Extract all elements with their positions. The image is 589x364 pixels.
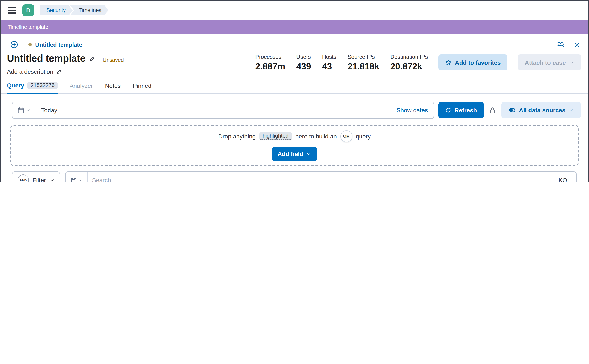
chevron-down-icon [26, 108, 30, 112]
add-field-button[interactable]: Add field [272, 147, 317, 161]
app-window: D Security Timelines Timeline template U… [0, 0, 589, 182]
chevron-down-icon [306, 151, 311, 156]
show-dates-link[interactable]: Show dates [396, 107, 428, 114]
sourcerer-icon [508, 107, 515, 113]
calendar-icon [18, 107, 24, 113]
star-icon [445, 59, 451, 65]
tab-analyzer[interactable]: Analyzer [70, 82, 93, 93]
tab-pinned[interactable]: Pinned [133, 82, 151, 93]
menu-icon[interactable] [8, 7, 16, 13]
chevron-down-icon [569, 108, 574, 113]
stat-processes: Processes 2.887m [255, 54, 285, 72]
top-navigation-bar: D Security Timelines [1, 1, 588, 20]
kql-search-bar: KQL [65, 171, 576, 182]
query-bar: Today Show dates Refresh All data source… [12, 102, 581, 119]
chevron-down-icon [79, 178, 82, 182]
save-icon [70, 177, 77, 182]
search-input[interactable] [87, 177, 553, 182]
tab-notes[interactable]: Notes [105, 82, 121, 93]
or-operator-badge: OR [340, 130, 352, 142]
timeline-tabs: Query 21532276 Analyzer Notes Pinned [1, 75, 588, 94]
unsaved-badge: Unsaved [103, 57, 124, 63]
filter-bar: AND Filter KQL [12, 171, 576, 182]
stat-destination-ips: Destination IPs 20.872k [390, 54, 428, 72]
description-placeholder[interactable]: Add a description [7, 68, 53, 75]
filter-mode-dropdown[interactable]: AND Filter [12, 171, 60, 182]
drag-drop-zone[interactable]: Drop anything highlighted here to build … [10, 125, 579, 166]
tab-query[interactable]: Query 21532276 [7, 82, 58, 94]
timeline-template-banner: Timeline template [1, 20, 588, 34]
date-quick-select[interactable] [13, 102, 36, 118]
active-template-link[interactable]: Untitled template [28, 41, 82, 48]
open-timeline-search-icon[interactable] [557, 41, 564, 48]
new-timeline-icon[interactable] [10, 41, 18, 48]
and-operator-badge: AND [18, 175, 29, 182]
close-icon[interactable] [574, 41, 580, 48]
edit-title-icon[interactable] [89, 56, 95, 62]
timeline-template-banner-label: Timeline template [8, 24, 48, 30]
kpi-stats: Processes 2.887m Users 439 Hosts 43 Sour… [255, 54, 428, 72]
refresh-icon [445, 107, 451, 113]
add-to-favorites-button[interactable]: Add to favorites [438, 54, 508, 70]
date-picker[interactable]: Today Show dates [12, 102, 434, 119]
refresh-button[interactable]: Refresh [438, 102, 484, 118]
stat-users: Users 439 [296, 54, 311, 72]
breadcrumb-security[interactable]: Security [40, 5, 73, 15]
stat-source-ips: Source IPs 21.818k [348, 54, 379, 72]
data-sources-button[interactable]: All data sources [502, 102, 581, 118]
chevron-down-icon [569, 60, 574, 65]
lock-icon[interactable] [489, 107, 496, 114]
query-count-badge: 21532276 [28, 82, 58, 89]
breadcrumb: Security Timelines [40, 5, 108, 15]
stat-hosts: Hosts 43 [322, 54, 336, 72]
chevron-down-icon [50, 178, 54, 182]
page-title: Untitled template [7, 53, 85, 64]
breadcrumb-timelines[interactable]: Timelines [70, 5, 108, 15]
avatar[interactable]: D [22, 4, 34, 16]
edit-description-icon[interactable] [56, 69, 62, 74]
timeline-flyout-header: Untitled template [1, 34, 588, 48]
attach-to-case-button[interactable]: Attach to case [518, 54, 581, 70]
saved-query-menu[interactable] [66, 172, 87, 182]
timeline-header: Untitled template Unsaved Add a descript… [1, 48, 588, 75]
highlighted-pill: highlighted [259, 132, 292, 140]
date-range-label[interactable]: Today [41, 107, 57, 114]
template-status-dot [28, 43, 32, 46]
kql-language-button[interactable]: KQL [553, 177, 576, 182]
